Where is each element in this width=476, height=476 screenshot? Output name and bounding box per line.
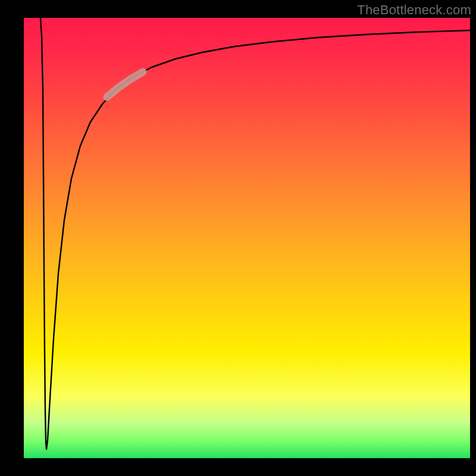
watermark-text: TheBottleneck.com bbox=[357, 2, 471, 18]
highlight-segment bbox=[107, 72, 143, 97]
chart-frame: TheBottleneck.com bbox=[0, 0, 476, 476]
bottleneck-curve bbox=[40, 18, 470, 449]
curve-layer bbox=[24, 18, 470, 458]
